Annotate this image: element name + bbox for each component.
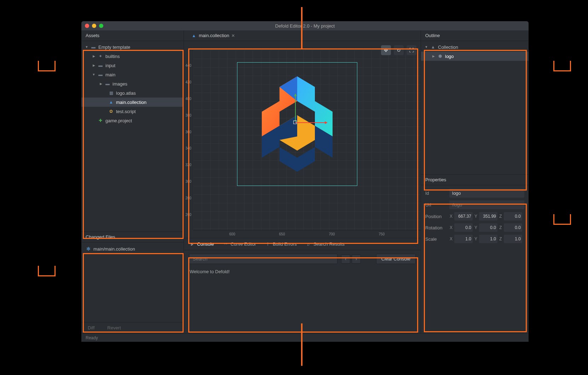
ruler-horizontal: 600650700750 [193, 230, 421, 238]
outline-item-logo[interactable]: ▶⬢logo [421, 52, 529, 61]
gameproject-icon: ✚ [98, 118, 103, 123]
console-search-input[interactable] [189, 254, 338, 264]
outline-header: Outline [421, 30, 529, 41]
next-button[interactable]: › [352, 254, 361, 264]
prop-scale-label: Scale [425, 236, 446, 242]
prop-position-label: Position [425, 214, 446, 219]
changed-list: ✻main/main.collection [81, 242, 184, 322]
prop-id-label: Id [425, 191, 446, 196]
revert-button[interactable]: Revert [101, 322, 127, 333]
move-tool-button[interactable]: ✥ [381, 45, 391, 55]
tree-root[interactable]: ▼▬Empty template [81, 42, 184, 52]
tree-item-main[interactable]: ▼▬main [81, 70, 184, 79]
window-title: Defold Editor 2.0 - My project [275, 23, 335, 29]
diff-button[interactable]: Diff [81, 322, 101, 333]
pos-y-input[interactable] [479, 212, 497, 221]
close-icon[interactable] [85, 24, 89, 28]
gear-icon: ✿ [108, 109, 114, 114]
zoom-icon[interactable] [99, 24, 103, 28]
folder-icon: ▬ [98, 72, 103, 77]
prev-button[interactable]: ‹ [341, 254, 350, 264]
scale-x-input[interactable] [454, 235, 473, 243]
svg-marker-4 [279, 115, 297, 140]
prop-url-input [449, 200, 524, 209]
outline-root[interactable]: ▼▲Collection [421, 42, 529, 52]
rot-z-input[interactable] [504, 223, 522, 232]
scale-z-input[interactable] [504, 235, 522, 243]
collection-icon: ▲ [191, 33, 197, 39]
pos-x-input[interactable] [454, 212, 473, 221]
console-message: Welcome to Defold! [184, 268, 421, 276]
folder-icon: ▬ [91, 44, 96, 50]
gizmo-x-axis[interactable] [295, 122, 327, 123]
search-icon: ⌕ [306, 242, 311, 247]
properties-header: Properties [421, 175, 529, 185]
tab-search-results[interactable]: ⌕Search Results [306, 241, 345, 247]
clear-console-button[interactable]: Clear Console [376, 254, 416, 264]
gizmo-y-axis[interactable] [295, 94, 296, 122]
tree-item-collection[interactable]: ▲main.collection [81, 98, 184, 107]
tree-item-builtins[interactable]: ▶✦builtins [81, 52, 184, 61]
scale-tool-button[interactable]: ⛶ [407, 45, 416, 55]
status-bar: Ready [81, 333, 529, 342]
tree-item-atlas[interactable]: ▦logo.atlas [81, 88, 184, 98]
gizmo-center[interactable] [293, 121, 297, 124]
folder-icon: ▬ [98, 63, 103, 68]
folder-icon: ▬ [105, 81, 110, 87]
prop-rotation-label: Rotation [425, 225, 446, 230]
rot-y-input[interactable] [479, 223, 497, 232]
ruler-vertical: 260280300320340360380400420440 [184, 50, 193, 230]
tree-item-input[interactable]: ▶▬input [81, 61, 184, 70]
tab-curve-editor[interactable]: 〰Curve Editor [223, 241, 256, 247]
changed-header: Changed Files [81, 232, 184, 242]
error-icon: ! [265, 242, 270, 247]
tab-console[interactable]: ▹Console [190, 241, 214, 247]
editor-window: Defold Editor 2.0 - My project Assets ▼▬… [81, 21, 529, 342]
tree-item-images[interactable]: ▶▬images [81, 79, 184, 88]
titlebar: Defold Editor 2.0 - My project [81, 21, 529, 30]
prop-id-input[interactable] [449, 189, 524, 198]
collection-icon: ▲ [108, 99, 114, 105]
prop-url-label: Url [425, 202, 446, 207]
curve-icon: 〰 [223, 242, 228, 247]
changed-item[interactable]: ✻main/main.collection [81, 245, 184, 253]
assets-header: Assets [81, 30, 184, 41]
minimize-icon[interactable] [92, 24, 96, 28]
tab-main-collection[interactable]: ▲main.collection✕ [188, 30, 238, 41]
atlas-icon: ▦ [108, 90, 114, 96]
gameobject-icon: ⬢ [437, 53, 443, 59]
collection-icon: ▲ [430, 44, 436, 50]
tree-item-gameproject[interactable]: ✚game.project [81, 116, 184, 125]
assets-tree: ▼▬Empty template ▶✦builtins ▶▬input ▼▬ma… [81, 41, 184, 232]
modified-icon: ✻ [86, 246, 91, 252]
rotate-tool-button[interactable]: ↻ [394, 45, 404, 55]
rot-x-input[interactable] [454, 223, 473, 232]
scene-viewport[interactable]: 260280300320340360380400420440 600650700… [184, 41, 421, 238]
puzzle-icon: ✦ [98, 53, 103, 59]
tab-build-errors[interactable]: !Build Errors [265, 241, 297, 247]
pos-z-input[interactable] [504, 212, 522, 221]
tree-item-script[interactable]: ✿test.script [81, 107, 184, 116]
console-icon: ▹ [190, 242, 195, 247]
close-tab-icon[interactable]: ✕ [231, 33, 235, 38]
scale-y-input[interactable] [479, 235, 497, 243]
